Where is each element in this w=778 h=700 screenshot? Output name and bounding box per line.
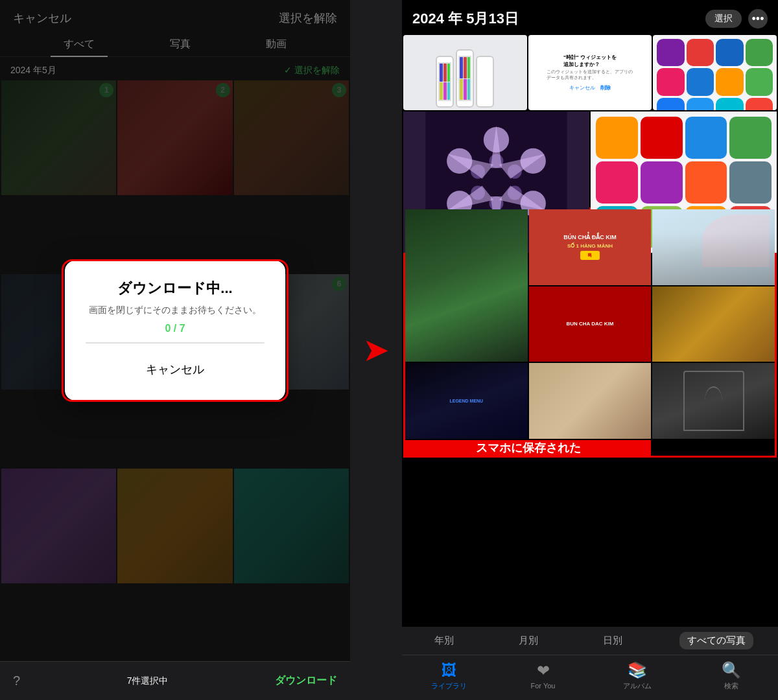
- food-image-bowl[interactable]: [529, 363, 652, 439]
- left-panel: キャンセル 選択を解除 すべて 写真 動画 2024 年5月 ✓ 選択を解除 1…: [0, 0, 350, 700]
- screenshot-apps[interactable]: [653, 35, 777, 110]
- food-image-sign[interactable]: BÚN CHẢ ĐẮC KIM SỐ 1 HÀNG MÀNH 특: [529, 209, 652, 285]
- nav-albums[interactable]: 📚 アルバム: [615, 661, 660, 691]
- food-image-gate[interactable]: [652, 363, 775, 439]
- dialog-overlay: ダウンロード中... 画面を閉じずにそのままお待ちください。 0 / 7 キャン…: [0, 0, 350, 661]
- mid-row: [402, 111, 778, 207]
- food-saved-label: スマホに保存された: [405, 440, 651, 456]
- dialog-progress-bar: [86, 342, 265, 344]
- right-scroll-area[interactable]: "時計" ウィジェットを追加しますか？ このウィジェットを追加すると、アプリのデ…: [402, 34, 778, 627]
- download-dialog: ダウンロード中... 画面を閉じずにそのままお待ちください。 0 / 7 キャン…: [65, 261, 285, 401]
- right-header-buttons: 選択 •••: [705, 9, 768, 29]
- left-bottom-bar: ? 7件選択中 ダウンロード: [0, 661, 350, 700]
- screenshot-phone[interactable]: [403, 35, 527, 110]
- right-nav-bar: 🖼 ライブラリ ❤ For You 📚 アルバム 🔍 検索: [402, 655, 778, 700]
- food-image-bread[interactable]: [652, 286, 775, 362]
- arrow-icon: ➤: [362, 334, 390, 366]
- filter-day[interactable]: 日別: [595, 632, 630, 649]
- dialog-title: ダウンロード中...: [86, 279, 265, 298]
- right-title: 2024 年 5月13日: [412, 9, 519, 29]
- filter-month[interactable]: 月別: [511, 632, 546, 649]
- food-collage-grid: BÚN CHẢ ĐẮC KIM SỐ 1 HÀNG MÀNH 특: [405, 209, 775, 456]
- filter-all[interactable]: すべての写真: [679, 632, 753, 649]
- for-you-icon: ❤: [537, 662, 550, 680]
- select-button[interactable]: 選択: [705, 10, 742, 28]
- dialog-subtitle: 画面を閉じずにそのままお待ちください。: [86, 305, 265, 316]
- nav-search[interactable]: 🔍 検索: [709, 661, 754, 691]
- food-collage[interactable]: BÚN CHẢ ĐẮC KIM SỐ 1 HÀNG MÀNH 특: [403, 207, 777, 458]
- library-icon: 🖼: [442, 661, 457, 679]
- albums-icon: 📚: [628, 661, 647, 679]
- screenshot-notification[interactable]: "時計" ウィジェットを追加しますか？ このウィジェットを追加すると、アプリのデ…: [528, 35, 652, 110]
- arrow-section: ➤: [350, 0, 402, 700]
- food-image-cherry[interactable]: [652, 209, 775, 285]
- nav-search-label: 検索: [724, 681, 738, 691]
- help-icon[interactable]: ?: [13, 673, 20, 688]
- dialog-cancel-button[interactable]: キャンセル: [86, 356, 265, 382]
- search-icon: 🔍: [722, 661, 741, 679]
- more-button[interactable]: •••: [748, 9, 768, 29]
- right-header: 2024 年 5月13日 選択 •••: [402, 0, 778, 34]
- nav-library[interactable]: 🖼 ライブラリ: [427, 661, 472, 691]
- dialog-progress-text: 0 / 7: [86, 323, 265, 334]
- filter-year[interactable]: 年別: [427, 632, 462, 649]
- nav-for-you[interactable]: ❤ For You: [521, 662, 566, 690]
- food-saved-text: スマホに保存された: [476, 440, 581, 456]
- filter-bar: 年別 月別 日別 すべての写真: [402, 627, 778, 655]
- nav-library-label: ライブラリ: [431, 681, 467, 691]
- nav-for-you-label: For You: [531, 682, 556, 690]
- food-image-restaurant[interactable]: LEGEND MENU: [405, 363, 528, 439]
- selection-count: 7件選択中: [127, 675, 169, 687]
- screenshot-row: "時計" ウィジェットを追加しますか？ このウィジェットを追加すると、アプリのデ…: [402, 34, 778, 111]
- food-image-bun-sign[interactable]: BUN CHA DAC KIM: [529, 286, 652, 362]
- nav-albums-label: アルバム: [623, 681, 652, 691]
- right-panel: 2024 年 5月13日 選択 •••: [402, 0, 778, 700]
- download-button[interactable]: ダウンロード: [275, 674, 337, 688]
- food-image-garden[interactable]: [405, 209, 528, 362]
